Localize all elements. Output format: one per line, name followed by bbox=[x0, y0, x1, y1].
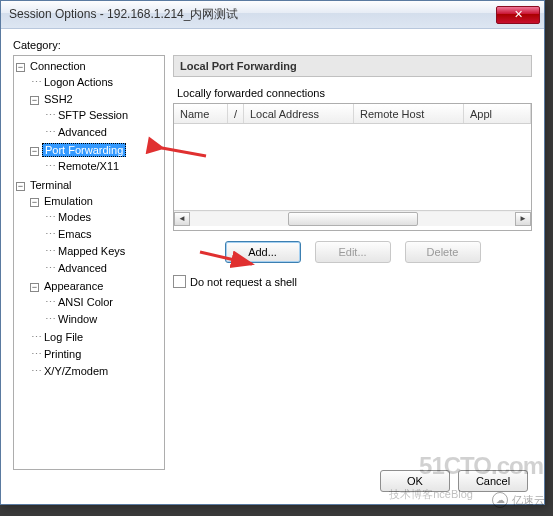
tree-branch-icon: ⋯ bbox=[30, 330, 42, 345]
toggle-icon[interactable]: − bbox=[16, 63, 25, 72]
tree-appearance[interactable]: Appearance bbox=[42, 280, 105, 292]
tree-connection[interactable]: Connection bbox=[28, 60, 88, 72]
do-not-request-shell-checkbox[interactable] bbox=[173, 275, 186, 288]
toggle-icon[interactable]: − bbox=[16, 182, 25, 191]
tree-branch-icon: ⋯ bbox=[30, 347, 42, 362]
tree-branch-icon: ⋯ bbox=[44, 108, 56, 123]
tree-window[interactable]: Window bbox=[56, 313, 99, 325]
tree-branch-icon: ⋯ bbox=[44, 210, 56, 225]
toggle-icon[interactable]: − bbox=[30, 198, 39, 207]
tree-terminal[interactable]: Terminal bbox=[28, 179, 74, 191]
toggle-icon[interactable]: − bbox=[30, 283, 39, 292]
tree-branch-icon: ⋯ bbox=[44, 125, 56, 140]
col-remote-host[interactable]: Remote Host bbox=[354, 104, 464, 123]
tree-branch-icon: ⋯ bbox=[44, 312, 56, 327]
scroll-left-icon[interactable]: ◄ bbox=[174, 212, 190, 226]
watermark-brand: ☁ 亿速云 bbox=[492, 492, 545, 508]
list-body[interactable] bbox=[174, 124, 531, 210]
tree-branch-icon: ⋯ bbox=[44, 227, 56, 242]
toggle-icon[interactable]: − bbox=[30, 96, 39, 105]
tree-port-forwarding[interactable]: Port Forwarding bbox=[42, 143, 126, 157]
tree-branch-icon: ⋯ bbox=[30, 364, 42, 379]
tree-printing[interactable]: Printing bbox=[42, 348, 83, 360]
add-button[interactable]: Add... bbox=[225, 241, 301, 263]
tree-branch-icon: ⋯ bbox=[44, 244, 56, 259]
watermark-blog: 技术博客nceBlog bbox=[389, 487, 473, 502]
scroll-track[interactable] bbox=[190, 212, 515, 226]
titlebar[interactable]: Session Options - 192.168.1.214_内网测试 ✕ bbox=[1, 1, 544, 29]
toggle-icon[interactable]: − bbox=[30, 147, 39, 156]
col-local-address[interactable]: Local Address bbox=[244, 104, 354, 123]
col-application[interactable]: Appl bbox=[464, 104, 531, 123]
tree-ansi-color[interactable]: ANSI Color bbox=[56, 296, 115, 308]
tree-branch-icon: ⋯ bbox=[44, 295, 56, 310]
tree-sftp-session[interactable]: SFTP Session bbox=[56, 109, 130, 121]
list-label: Locally forwarded connections bbox=[177, 87, 532, 99]
tree-branch-icon: ⋯ bbox=[44, 261, 56, 276]
col-sep[interactable]: / bbox=[228, 104, 244, 123]
forwarded-connections-list[interactable]: Name / Local Address Remote Host Appl ◄ … bbox=[173, 103, 532, 231]
scroll-right-icon[interactable]: ► bbox=[515, 212, 531, 226]
tree-mapped-keys[interactable]: Mapped Keys bbox=[56, 245, 127, 257]
session-options-dialog: Session Options - 192.168.1.214_内网测试 ✕ C… bbox=[0, 0, 545, 505]
port-forwarding-panel: Local Port Forwarding Locally forwarded … bbox=[173, 55, 532, 470]
close-button[interactable]: ✕ bbox=[496, 6, 540, 24]
tree-modes[interactable]: Modes bbox=[56, 211, 93, 223]
panel-title: Local Port Forwarding bbox=[173, 55, 532, 77]
tree-branch-icon: ⋯ bbox=[30, 75, 42, 90]
tree-emulation[interactable]: Emulation bbox=[42, 195, 95, 207]
horizontal-scrollbar[interactable]: ◄ ► bbox=[174, 210, 531, 226]
tree-emacs[interactable]: Emacs bbox=[56, 228, 94, 240]
tree-remote-x11[interactable]: Remote/X11 bbox=[56, 160, 121, 172]
delete-button[interactable]: Delete bbox=[405, 241, 481, 263]
tree-logon-actions[interactable]: Logon Actions bbox=[42, 76, 115, 88]
watermark-logo: 51CTO.com bbox=[419, 452, 543, 480]
close-icon: ✕ bbox=[514, 8, 523, 21]
tree-xyzmodem[interactable]: X/Y/Zmodem bbox=[42, 365, 110, 377]
edit-button[interactable]: Edit... bbox=[315, 241, 391, 263]
checkbox-label[interactable]: Do not request a shell bbox=[190, 276, 297, 288]
tree-branch-icon: ⋯ bbox=[44, 159, 56, 174]
window-title: Session Options - 192.168.1.214_内网测试 bbox=[9, 6, 496, 23]
cloud-icon: ☁ bbox=[492, 492, 508, 508]
scroll-thumb[interactable] bbox=[288, 212, 418, 226]
list-header[interactable]: Name / Local Address Remote Host Appl bbox=[174, 104, 531, 124]
category-label: Category: bbox=[13, 39, 532, 51]
tree-log-file[interactable]: Log File bbox=[42, 331, 85, 343]
tree-ssh2[interactable]: SSH2 bbox=[42, 93, 75, 105]
col-name[interactable]: Name bbox=[174, 104, 228, 123]
tree-advanced[interactable]: Advanced bbox=[56, 126, 109, 138]
category-tree[interactable]: −Connection ⋯Logon Actions −SSH2 ⋯SFTP S… bbox=[13, 55, 165, 470]
tree-advanced2[interactable]: Advanced bbox=[56, 262, 109, 274]
